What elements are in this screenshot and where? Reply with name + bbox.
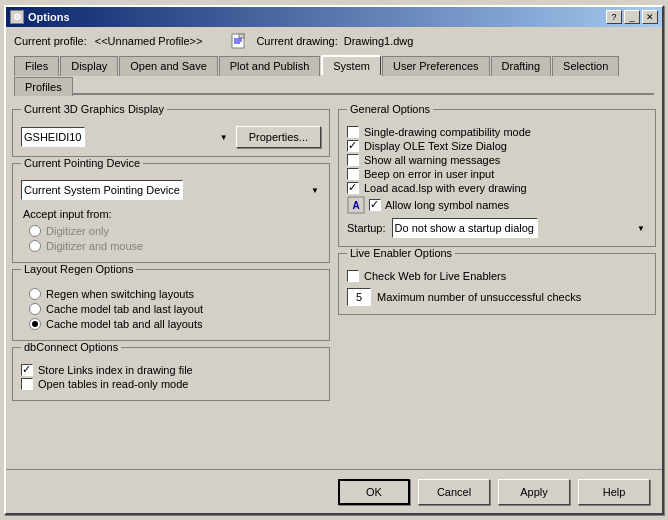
max-checks-label: Maximum number of unsuccessful checks <box>377 291 581 303</box>
startup-label: Startup: <box>347 222 386 234</box>
display-ole-checkbox[interactable] <box>347 140 359 152</box>
digitizer-only-label: Digitizer only <box>46 225 109 237</box>
svg-rect-1 <box>239 34 244 38</box>
window-title: Options <box>28 11 70 23</box>
digitizer-mouse-option: Digitizer and mouse <box>29 240 313 252</box>
store-links-item: Store Links index in drawing file <box>21 364 321 376</box>
tab-profiles[interactable]: Profiles <box>14 77 73 96</box>
regen-radio-2[interactable] <box>29 303 41 315</box>
regen-label-2: Cache model tab and last layout <box>46 303 203 315</box>
general-options-title: General Options <box>347 103 433 115</box>
profile-label: Current profile: <box>14 35 87 47</box>
close-button[interactable]: ✕ <box>642 10 658 24</box>
digitizer-radio-group: Digitizer only Digitizer and mouse <box>21 223 321 254</box>
regen-option2: Cache model tab and last layout <box>29 303 313 315</box>
open-tables-checkbox[interactable] <box>21 378 33 390</box>
check-web-checkbox[interactable] <box>347 270 359 282</box>
apply-button[interactable]: Apply <box>498 479 570 505</box>
window-icon: ⚙ <box>10 10 24 24</box>
tab-display[interactable]: Display <box>60 56 118 76</box>
check-web-label: Check Web for Live Enablers <box>364 270 506 282</box>
graphics-group-title: Current 3D Graphics Display <box>21 103 167 115</box>
help-title-button[interactable]: ? <box>606 10 622 24</box>
dbconnect-title: dbConnect Options <box>21 341 121 353</box>
live-enabler-group: Live Enabler Options Check Web for Live … <box>338 253 656 315</box>
right-panel: General Options Single-drawing compatibi… <box>338 109 656 485</box>
show-warnings-item: Show all warning messages <box>347 154 647 166</box>
show-warnings-label: Show all warning messages <box>364 154 500 166</box>
single-drawing-item: Single-drawing compatibility mode <box>347 126 647 138</box>
profile-value: <<Unnamed Profile>> <box>95 35 203 47</box>
properties-button[interactable]: Properties... <box>236 126 321 148</box>
load-acad-label: Load acad.lsp with every drawing <box>364 182 527 194</box>
layout-regen-title: Layout Regen Options <box>21 263 136 275</box>
display-ole-label: Display OLE Text Size Dialog <box>364 140 507 152</box>
pointing-select[interactable]: Current System Pointing Device <box>21 180 183 200</box>
regen-label-1: Regen when switching layouts <box>46 288 194 300</box>
drawing-label: Current drawing: <box>256 35 337 47</box>
cancel-button[interactable]: Cancel <box>418 479 490 505</box>
regen-option3: Cache model tab and all layouts <box>29 318 313 330</box>
accept-label: Accept input from: <box>21 208 321 220</box>
check-web-item: Check Web for Live Enablers <box>347 270 647 282</box>
tab-plot-publish[interactable]: Plot and Publish <box>219 56 321 76</box>
max-checks-input[interactable] <box>347 288 371 306</box>
load-acad-checkbox[interactable] <box>347 182 359 194</box>
digitizer-only-radio[interactable] <box>29 225 41 237</box>
store-links-checkbox[interactable] <box>21 364 33 376</box>
startup-select[interactable]: Do not show a startup dialog <box>392 218 538 238</box>
regen-radio-1[interactable] <box>29 288 41 300</box>
graphics-select[interactable]: GSHEIDI10 <box>21 127 85 147</box>
beep-error-item: Beep on error in user input <box>347 168 647 180</box>
digitizer-mouse-label: Digitizer and mouse <box>46 240 143 252</box>
single-drawing-checkbox[interactable] <box>347 126 359 138</box>
tab-drafting[interactable]: Drafting <box>491 56 552 76</box>
allow-long-checkbox[interactable] <box>369 199 381 211</box>
single-drawing-label: Single-drawing compatibility mode <box>364 126 531 138</box>
title-bar: ⚙ Options ? _ ✕ <box>6 7 662 27</box>
max-checks-row: Maximum number of unsuccessful checks <box>347 288 647 306</box>
tabs-container: Files Display Open and Save Plot and Pub… <box>14 53 654 95</box>
live-enabler-title: Live Enabler Options <box>347 247 455 259</box>
digitizer-only-option: Digitizer only <box>29 225 313 237</box>
tab-selection[interactable]: Selection <box>552 56 619 76</box>
store-links-label: Store Links index in drawing file <box>38 364 193 376</box>
digitizer-mouse-radio[interactable] <box>29 240 41 252</box>
beep-error-label: Beep on error in user input <box>364 168 494 180</box>
main-panels: Current 3D Graphics Display GSHEIDI10 Pr… <box>6 101 662 491</box>
ok-button[interactable]: OK <box>338 479 410 505</box>
tab-open-save[interactable]: Open and Save <box>119 56 217 76</box>
options-window: ⚙ Options ? _ ✕ Current profile: <<Unnam… <box>4 5 664 515</box>
startup-row: Startup: Do not show a startup dialog <box>347 218 647 238</box>
graphics-group: Current 3D Graphics Display GSHEIDI10 Pr… <box>12 109 330 157</box>
dbconnect-group: dbConnect Options Store Links index in d… <box>12 347 330 401</box>
pointing-group-title: Current Pointing Device <box>21 157 143 169</box>
show-warnings-checkbox[interactable] <box>347 154 359 166</box>
tab-user-preferences[interactable]: User Preferences <box>382 56 490 76</box>
allow-long-row: A Allow long symbol names <box>347 196 647 214</box>
minimize-button[interactable]: _ <box>624 10 640 24</box>
svg-text:A: A <box>352 200 359 211</box>
profile-row: Current profile: <<Unnamed Profile>> Cur… <box>14 33 654 49</box>
beep-error-checkbox[interactable] <box>347 168 359 180</box>
allow-long-label: Allow long symbol names <box>385 199 509 211</box>
tab-files[interactable]: Files <box>14 56 59 76</box>
tab-system[interactable]: System <box>321 55 381 75</box>
layout-regen-group: Layout Regen Options Regen when switchin… <box>12 269 330 341</box>
load-acad-item: Load acad.lsp with every drawing <box>347 182 647 194</box>
left-panel: Current 3D Graphics Display GSHEIDI10 Pr… <box>12 109 330 485</box>
help-button[interactable]: Help <box>578 479 650 505</box>
general-options-group: General Options Single-drawing compatibi… <box>338 109 656 247</box>
bottom-bar: OK Cancel Apply Help <box>6 469 662 513</box>
regen-option1: Regen when switching layouts <box>29 288 313 300</box>
regen-radio-3[interactable] <box>29 318 41 330</box>
open-tables-item: Open tables in read-only mode <box>21 378 321 390</box>
allow-icon: A <box>347 196 365 214</box>
display-ole-item: Display OLE Text Size Dialog <box>347 140 647 152</box>
regen-label-3: Cache model tab and all layouts <box>46 318 203 330</box>
drawing-value: Drawing1.dwg <box>344 35 414 47</box>
drawing-icon <box>230 33 250 49</box>
pointing-group: Current Pointing Device Current System P… <box>12 163 330 263</box>
open-tables-label: Open tables in read-only mode <box>38 378 188 390</box>
